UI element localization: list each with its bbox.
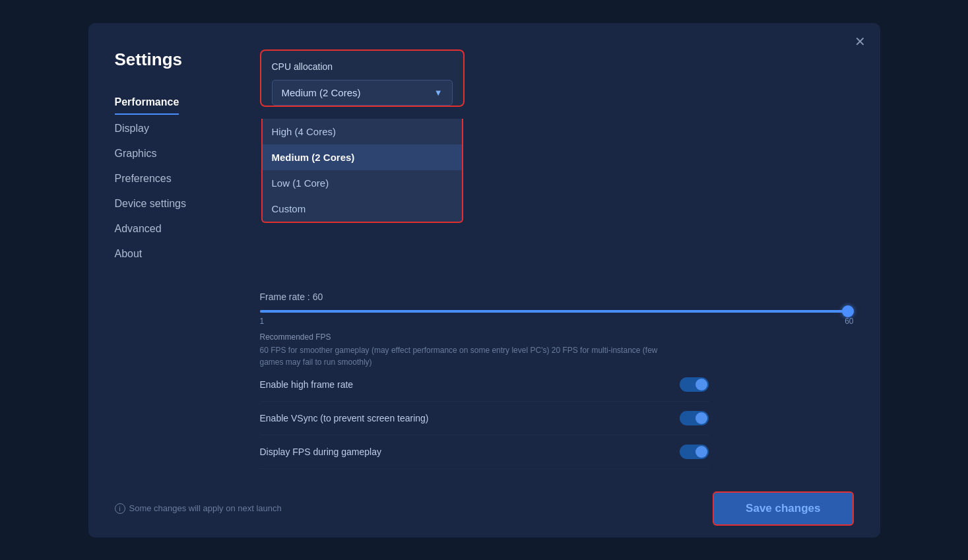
toggle-knob <box>695 412 707 424</box>
settings-title: Settings <box>115 49 234 70</box>
sidebar-item-device-settings[interactable]: Device settings <box>115 193 234 215</box>
cpu-option-medium[interactable]: Medium (2 Cores) <box>263 144 462 170</box>
save-changes-button[interactable]: Save changes <box>713 491 853 526</box>
chevron-down-icon: ▼ <box>434 88 443 98</box>
footer-note-text: Some changes will apply on next launch <box>129 503 282 513</box>
slider-range: 1 60 <box>260 317 854 326</box>
frame-rate-slider-container[interactable] <box>260 310 854 313</box>
sidebar-item-about[interactable]: About <box>115 243 234 265</box>
modal-footer: i Some changes will apply on next launch… <box>88 479 880 538</box>
toggle-label-vsync: Enable VSync (to prevent screen tearing) <box>260 413 429 423</box>
slider-fill <box>260 310 846 313</box>
sidebar-item-display[interactable]: Display <box>115 117 234 140</box>
close-button[interactable]: ✕ <box>855 35 866 48</box>
cpu-allocation-dropdown[interactable]: Medium (2 Cores) ▼ <box>272 80 453 106</box>
frame-rate-section: Frame rate : 60 1 60 Recommended FPS 60 … <box>260 292 854 469</box>
sidebar-item-preferences[interactable]: Preferences <box>115 168 234 190</box>
toggle-display-fps[interactable] <box>680 445 709 459</box>
frame-rate-label: Frame rate : 60 <box>260 292 854 302</box>
sidebar: Settings Performance Display Graphics Pr… <box>88 49 234 479</box>
fps-note-text: 60 FPS for smoother gameplay (may effect… <box>260 344 682 368</box>
slider-max: 60 <box>845 317 853 326</box>
cpu-option-low[interactable]: Low (1 Core) <box>263 170 462 196</box>
toggle-row-vsync: Enable VSync (to prevent screen tearing) <box>260 402 709 435</box>
cpu-dropdown-menu: High (4 Cores) Medium (2 Cores) Low (1 C… <box>261 119 463 223</box>
cpu-option-high[interactable]: High (4 Cores) <box>263 119 462 144</box>
fps-note-title: Recommended FPS <box>260 332 854 342</box>
slider-track <box>260 310 854 313</box>
toggle-knob <box>695 446 707 458</box>
sidebar-item-advanced[interactable]: Advanced <box>115 218 234 240</box>
toggle-label-high-frame-rate: Enable high frame rate <box>260 379 354 390</box>
sidebar-item-performance[interactable]: Performance <box>115 91 179 115</box>
slider-thumb[interactable] <box>842 305 854 317</box>
settings-modal: ✕ Settings Performance Display Graphics … <box>88 23 880 538</box>
toggle-row-display-fps: Display FPS during gameplay <box>260 435 709 469</box>
toggle-vsync[interactable] <box>680 411 709 425</box>
toggle-high-frame-rate[interactable] <box>680 377 709 392</box>
footer-note: i Some changes will apply on next launch <box>115 503 700 514</box>
cpu-allocation-section: CPU allocation Medium (2 Cores) ▼ <box>260 49 465 107</box>
slider-min: 1 <box>260 317 265 326</box>
toggle-knob <box>695 379 707 390</box>
toggle-row-high-frame-rate: Enable high frame rate <box>260 368 709 402</box>
cpu-option-custom[interactable]: Custom <box>263 196 462 222</box>
sidebar-item-graphics[interactable]: Graphics <box>115 142 234 165</box>
main-content: CPU allocation Medium (2 Cores) ▼ High (… <box>234 49 880 479</box>
cpu-selected-value: Medium (2 Cores) <box>282 87 361 98</box>
toggle-label-display-fps: Display FPS during gameplay <box>260 447 381 457</box>
cpu-allocation-label: CPU allocation <box>272 61 453 72</box>
info-icon: i <box>115 503 125 514</box>
